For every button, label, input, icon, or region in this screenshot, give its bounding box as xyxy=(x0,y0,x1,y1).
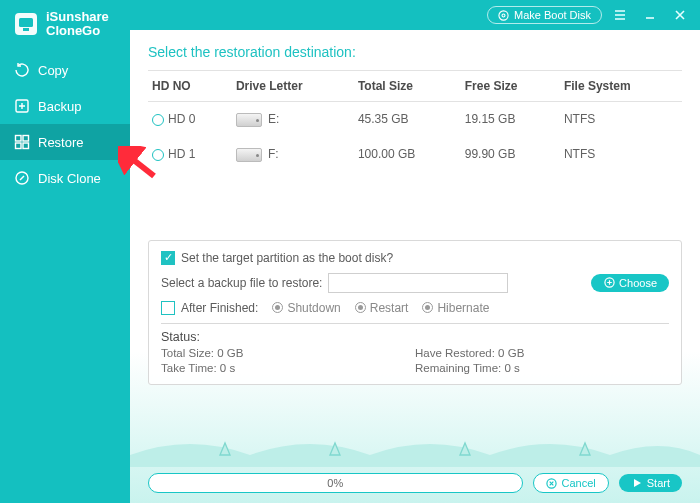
options-panel: ✓ Set the target partition as the boot d… xyxy=(148,240,682,385)
cancel-icon xyxy=(546,477,558,489)
menu-icon[interactable] xyxy=(608,3,632,27)
drive-icon xyxy=(236,148,262,162)
brand-line2: CloneGo xyxy=(46,24,109,38)
svg-rect-5 xyxy=(23,136,29,142)
status-total-size: Total Size: 0 GB xyxy=(161,347,415,359)
sidebar-item-restore[interactable]: Restore xyxy=(0,124,130,160)
main: Make Boot Disk Select the restoration de… xyxy=(130,0,700,503)
destination-table: HD NO Drive Letter Total Size Free Size … xyxy=(148,70,682,172)
content: Select the restoration destination: HD N… xyxy=(130,30,700,503)
sidebar-item-diskclone[interactable]: Disk Clone xyxy=(0,160,130,196)
radio-dot-icon xyxy=(355,302,366,313)
backup-path-input[interactable] xyxy=(328,273,508,293)
table-row[interactable]: HD 0 E: 45.35 GB 19.15 GB NTFS xyxy=(148,102,682,137)
divider xyxy=(161,323,669,324)
minimize-button[interactable] xyxy=(638,3,662,27)
start-button[interactable]: Start xyxy=(619,474,682,492)
plus-icon xyxy=(603,277,615,289)
sidebar-item-label: Backup xyxy=(38,99,81,114)
radio-hibernate[interactable]: Hibernate xyxy=(422,301,489,315)
sidebar-item-copy[interactable]: Copy xyxy=(0,52,130,88)
col-total: Total Size xyxy=(354,71,461,102)
brand: iSunshare CloneGo xyxy=(0,10,130,52)
status-title: Status: xyxy=(161,330,669,344)
radio-restart[interactable]: Restart xyxy=(355,301,409,315)
svg-rect-2 xyxy=(23,28,29,31)
restore-icon xyxy=(14,134,30,150)
svg-point-10 xyxy=(503,14,506,17)
target-boot-label: Set the target partition as the boot dis… xyxy=(181,251,393,265)
after-finished-label: After Finished: xyxy=(181,301,258,315)
choose-button[interactable]: Choose xyxy=(591,274,669,292)
radio-dot-icon xyxy=(272,302,283,313)
play-icon xyxy=(631,477,643,489)
sidebar-item-label: Restore xyxy=(38,135,84,150)
svg-point-9 xyxy=(499,10,508,19)
target-boot-checkbox[interactable]: ✓ xyxy=(161,251,175,265)
decorative-hills xyxy=(130,427,700,467)
status-take-time: Take Time: 0 s xyxy=(161,362,415,374)
table-row[interactable]: HD 1 F: 100.00 GB 99.90 GB NTFS xyxy=(148,137,682,172)
footer: 0% Cancel Start xyxy=(148,473,682,493)
backup-icon xyxy=(14,98,30,114)
svg-rect-1 xyxy=(19,18,33,27)
svg-rect-6 xyxy=(16,143,22,149)
sidebar-item-backup[interactable]: Backup xyxy=(0,88,130,124)
titlebar: Make Boot Disk xyxy=(130,0,700,30)
diskclone-icon xyxy=(14,170,30,186)
drive-icon xyxy=(236,113,262,127)
close-button[interactable] xyxy=(668,3,692,27)
status-remaining-time: Remaining Time: 0 s xyxy=(415,362,669,374)
col-fs: File System xyxy=(560,71,682,102)
app-window: iSunshare CloneGo Copy Backup Restore xyxy=(0,0,700,503)
col-free: Free Size xyxy=(461,71,560,102)
radio-shutdown[interactable]: Shutdown xyxy=(272,301,340,315)
disc-icon xyxy=(498,9,510,21)
status-have-restored: Have Restored: 0 GB xyxy=(415,347,669,359)
col-hdno: HD NO xyxy=(148,71,232,102)
sidebar: iSunshare CloneGo Copy Backup Restore xyxy=(0,0,130,503)
sidebar-item-label: Copy xyxy=(38,63,68,78)
sidebar-item-label: Disk Clone xyxy=(38,171,101,186)
select-backup-label: Select a backup file to restore: xyxy=(161,276,322,290)
row-radio[interactable] xyxy=(152,114,164,126)
brand-line1: iSunshare xyxy=(46,10,109,24)
radio-dot-icon xyxy=(422,302,433,313)
svg-rect-7 xyxy=(23,143,29,149)
progress-bar: 0% xyxy=(148,473,523,493)
make-boot-disk-button[interactable]: Make Boot Disk xyxy=(487,6,602,24)
svg-rect-4 xyxy=(16,136,22,142)
brand-logo-icon xyxy=(12,10,40,38)
row-radio[interactable] xyxy=(152,149,164,161)
progress-text: 0% xyxy=(327,477,343,489)
copy-icon xyxy=(14,62,30,78)
after-finished-checkbox[interactable] xyxy=(161,301,175,315)
col-letter: Drive Letter xyxy=(232,71,354,102)
cancel-button[interactable]: Cancel xyxy=(533,473,609,493)
page-heading: Select the restoration destination: xyxy=(148,44,682,60)
